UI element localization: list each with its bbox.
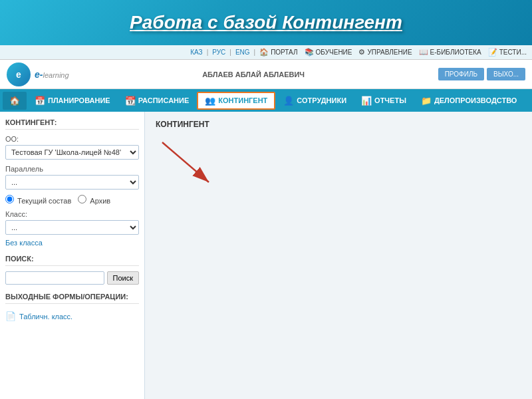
home-icon: 🏠	[9, 96, 20, 106]
left-panel: КОНТИНГЕНТ: ОО: Тестовая ГУ 'Школа-лицей…	[0, 112, 145, 399]
output-link-1[interactable]: 📄 Табличн. класс.	[5, 309, 139, 323]
arrow-annotation	[156, 136, 521, 204]
table-icon: 📄	[5, 311, 16, 321]
annotation-arrow	[156, 136, 289, 202]
portal-link[interactable]: 🏠 ПОРТАЛ	[259, 48, 297, 57]
right-panel-title: КОНТИНГЕНТ	[156, 120, 521, 129]
nav-reports[interactable]: 📊 ОТЧЕТЫ	[354, 93, 413, 108]
profile-buttons: ПРОФИЛЬ ВЫХО...	[438, 68, 525, 80]
education-link[interactable]: 📚 ОБУЧЕНИЕ	[305, 48, 352, 57]
radio-archive[interactable]	[78, 195, 86, 203]
nav-additional[interactable]: ⚙ ДОПОЛНИТЕЛЬНО	[525, 93, 532, 108]
radio-current[interactable]	[5, 195, 14, 203]
top-banner: Работа с базой Контингент	[0, 0, 532, 45]
search-input[interactable]	[5, 271, 104, 285]
user-name: АБЛАЕВ АБЛАЙ АБЛАЕВИЧ	[69, 70, 438, 78]
banner-title: Работа с базой Контингент	[130, 12, 402, 33]
main-nav: 🏠 📅 ПЛАНИРОВАНИЕ 📆 РАСПИСАНИЕ 👥 КОНТИНГЕ…	[0, 89, 532, 112]
parallel-select[interactable]: ...	[5, 175, 139, 190]
planning-icon: 📅	[35, 96, 45, 106]
parallel-label: Параллель	[5, 165, 139, 173]
class-select[interactable]: ...	[5, 220, 139, 235]
right-panel: КОНТИНГЕНТ	[145, 112, 532, 399]
elibrary-icon: 📖	[419, 48, 428, 57]
output-section: ВЫХОДНЫЕ ФОРМЫ/ОПЕРАЦИИ: 📄 Табличн. клас…	[5, 293, 139, 323]
oo-label: ОО:	[5, 135, 139, 143]
test-icon: 📝	[488, 48, 497, 57]
svg-line-1	[162, 142, 209, 182]
nav-contingent[interactable]: 👥 КОНТИНГЕНТ	[197, 92, 275, 110]
education-icon: 📚	[305, 48, 314, 57]
records-icon: 📁	[421, 96, 432, 106]
panel-title: КОНТИНГЕНТ:	[5, 118, 139, 130]
logo-bar: e e-learning АБЛАЕВ АБЛАЙ АБЛАЕВИЧ ПРОФИ…	[0, 60, 532, 89]
output-title: ВЫХОДНЫЕ ФОРМЫ/ОПЕРАЦИИ:	[5, 293, 139, 304]
management-icon: ⚙	[358, 48, 365, 57]
nav-schedule[interactable]: 📆 РАСПИСАНИЕ	[118, 93, 196, 108]
nav-employees[interactable]: 👤 СОТРУДНИКИ	[277, 93, 353, 108]
logo-area: e e-learning	[7, 63, 69, 86]
profile-button[interactable]: ПРОФИЛЬ	[438, 68, 484, 80]
top-nav-links: 🏠 ПОРТАЛ 📚 ОБУЧЕНИЕ ⚙ УПРАВЛЕНИЕ 📖 E-БИБ…	[259, 48, 527, 57]
brand-name: e-learning	[35, 69, 69, 80]
test-link[interactable]: 📝 ТЕСТИ...	[488, 48, 527, 57]
radio-current-label[interactable]: Текущий состав	[5, 195, 71, 205]
lang-eng[interactable]: ENG	[235, 49, 250, 56]
schedule-icon: 📆	[125, 96, 136, 106]
logout-button[interactable]: ВЫХО...	[487, 68, 525, 80]
lang-bar: КАЗ | РУС | ENG | 🏠 ПОРТАЛ 📚 ОБУЧЕНИЕ ⚙ …	[0, 45, 532, 60]
logo-icon: e	[7, 63, 31, 86]
elibrary-link[interactable]: 📖 E-БИБЛИОТЕКА	[419, 48, 481, 57]
status-radio-group: Текущий состав Архив	[5, 195, 139, 205]
nav-home[interactable]: 🏠	[3, 92, 27, 110]
search-title: ПОИСК:	[5, 255, 139, 266]
radio-archive-label[interactable]: Архив	[78, 195, 110, 205]
class-label: Класс:	[5, 210, 139, 218]
search-section: ПОИСК: Поиск	[5, 255, 139, 285]
search-row: Поиск	[5, 271, 139, 285]
contingent-icon: 👥	[205, 96, 215, 106]
oo-select[interactable]: Тестовая ГУ 'Школа-лицей №48'	[5, 145, 139, 160]
portal-icon: 🏠	[259, 48, 269, 57]
lang-rus[interactable]: РУС	[212, 49, 225, 56]
management-link[interactable]: ⚙ УПРАВЛЕНИЕ	[358, 48, 412, 57]
lang-kaz[interactable]: КАЗ	[190, 49, 202, 56]
reports-icon: 📊	[361, 96, 372, 106]
content-area: КОНТИНГЕНТ: ОО: Тестовая ГУ 'Школа-лицей…	[0, 112, 532, 399]
search-button[interactable]: Поиск	[107, 271, 139, 285]
employees-icon: 👤	[283, 96, 294, 106]
nav-records[interactable]: 📁 ДЕЛОПРОИЗВОДСТВО	[414, 93, 523, 108]
nav-planning[interactable]: 📅 ПЛАНИРОВАНИЕ	[28, 93, 117, 108]
no-class-link[interactable]: Без класса	[5, 239, 139, 247]
